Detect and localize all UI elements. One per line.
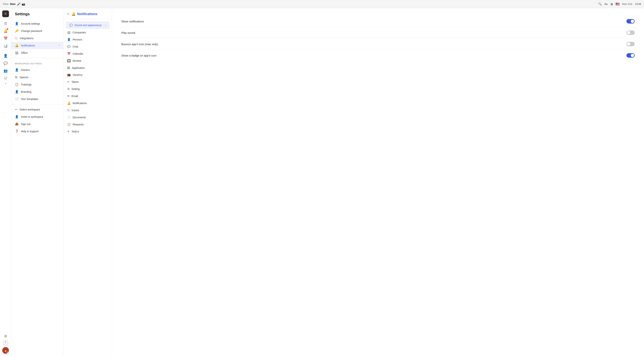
main-layout: ✕ ☰ 🔔 📅 📊 👤 💬 👥 ☑ ▾ ⚙ ? 👩 Settings 👤 Acc… — [0, 8, 644, 356]
search-icon[interactable]: 🔍 — [598, 2, 602, 6]
list-item-setting[interactable]: ⚙ Setting — [64, 85, 112, 92]
sidebar-people[interactable]: 👤 — [2, 52, 9, 59]
icon-sidebar: ✕ ☰ 🔔 📅 📊 👤 💬 👥 ☑ ▾ ⚙ ? 👩 — [0, 8, 11, 356]
sidebar-calendar[interactable]: 📅 — [2, 35, 9, 42]
sidebar-divider-1 — [3, 51, 8, 51]
show-notifications-toggle[interactable] — [626, 19, 635, 23]
app-logo[interactable]: ✕ — [2, 10, 9, 17]
list-item-email[interactable]: ✉ Email — [64, 92, 112, 100]
list-item-vacancy[interactable]: 💼 Vacancy — [64, 71, 112, 78]
notifications-middle-panel: ↖ 🔔 Notifications 💬 Sound and appearance… — [64, 8, 112, 356]
nav-account-settings[interactable]: 👤 Account settings — [11, 20, 63, 27]
sidebar-notifications[interactable]: 🔔 — [2, 28, 9, 34]
sidebar-chat[interactable]: 💬 — [2, 60, 9, 67]
invite-workspace-icon: 👤 — [15, 115, 19, 118]
list-item-companies[interactable]: 🏢 Companies — [64, 29, 112, 36]
chat-icon: 💬 — [67, 45, 71, 48]
show-notifications-label: Show notifications — [121, 20, 144, 23]
trainings-icon: 📋 — [15, 83, 19, 86]
nav-integrations[interactable]: ⬡ Integrations — [11, 34, 63, 42]
review-label: Review — [72, 59, 81, 62]
bounce-icon-toggle[interactable] — [626, 42, 635, 46]
sidebar-chart[interactable]: 📊 — [2, 42, 9, 49]
list-item-chat[interactable]: 💬 Chat — [64, 43, 112, 50]
user-avatar-sidebar[interactable]: 👩 — [2, 347, 9, 354]
application-icon: 🖼 — [67, 66, 70, 69]
todos-icon: ☀ — [67, 130, 70, 133]
notifications-panel-title: 🔔 Notifications — [72, 12, 98, 16]
nav-text-templates[interactable]: 📄 Text Templates — [11, 95, 63, 103]
list-item-talent[interactable]: ✏ Talent — [64, 78, 112, 85]
documents-icon: 📄 — [67, 116, 71, 119]
sidebar-help[interactable]: ? — [3, 340, 8, 346]
contrast-icon[interactable]: ◑ — [610, 2, 613, 6]
list-item-application[interactable]: 🖼 Application — [64, 64, 112, 71]
sound-appearance-item[interactable]: 💬 Sound and appearance › — [66, 21, 110, 29]
todos-label: Todo's — [72, 130, 79, 133]
owners-icon: 👤 — [15, 68, 19, 72]
sidebar-expand[interactable]: ▾ — [5, 82, 6, 85]
account-settings-label: Account settings — [21, 22, 40, 25]
help-support-icon: ❓ — [15, 129, 19, 133]
list-item-persons[interactable]: 👤 Persons — [64, 36, 112, 43]
time-label: 13:09 — [635, 2, 641, 5]
requests-icon: 📋 — [67, 123, 71, 126]
play-sound-toggle[interactable] — [626, 30, 635, 35]
topbar-left: Floor Main 🎤 📷 — [3, 2, 25, 6]
setting-icon: ⚙ — [67, 87, 70, 91]
branding-label: Branding — [21, 90, 31, 93]
nav-sign-out[interactable]: 📤 Sign out — [11, 120, 63, 128]
nav-invite-workspace[interactable]: 👤 Invite to workspace — [11, 113, 63, 120]
account-settings-icon: 👤 — [15, 22, 19, 25]
nav-branding[interactable]: 👤 Branding — [11, 88, 63, 95]
list-item-requests[interactable]: 📋 Requests — [64, 121, 112, 128]
sidebar-adjust[interactable]: ⚙ — [2, 333, 9, 340]
video-icon[interactable]: 📷 — [22, 2, 25, 6]
nav-owners[interactable]: 👤 Owners — [11, 66, 63, 73]
spaces-icon: ⊞ — [15, 75, 17, 79]
mic-icon[interactable]: 🎤 — [17, 2, 20, 6]
list-item-issues[interactable]: ☑ Issues — [64, 107, 112, 114]
nav-help-support[interactable]: ❓ Help & Support — [11, 128, 63, 135]
sidebar-tasks[interactable]: ☑ — [2, 75, 9, 81]
talent-label: Talent — [72, 80, 78, 83]
list-item-notifications[interactable]: 🔔 Notifications — [64, 100, 112, 107]
sidebar-hamburger[interactable]: ☰ — [2, 20, 9, 27]
play-sound-label: Play sound — [121, 31, 135, 34]
nav-office[interactable]: 🏢 Office — [11, 49, 63, 56]
toggle-row-show-notifications: Show notifications — [121, 16, 635, 27]
notifications-label: Notifications — [21, 44, 35, 47]
list-item-review[interactable]: 🔲 Review — [64, 57, 112, 64]
setting-label: Setting — [72, 87, 80, 90]
toggle-track-show-notifications[interactable] — [626, 19, 635, 23]
online-status-dot — [7, 352, 9, 354]
toggle-track-bounce-icon[interactable] — [626, 42, 635, 46]
nav-select-workspace[interactable]: ↩ Select workspace — [11, 106, 63, 113]
calendar-icon: 📅 — [67, 52, 71, 55]
sign-out-label: Sign out — [21, 123, 30, 126]
toggle-thumb-play-sound — [627, 31, 630, 34]
calendar-label: Calendar — [72, 52, 83, 55]
sound-icon: 💬 — [70, 24, 72, 27]
list-item-todos[interactable]: ☀ Todo's — [64, 128, 112, 135]
nav-trainings[interactable]: 📋 Trainings — [11, 81, 63, 88]
toggle-track-play-sound[interactable] — [626, 30, 635, 35]
spaces-label: Spaces — [20, 76, 28, 79]
sidebar-team[interactable]: 👥 — [2, 67, 9, 74]
back-button[interactable]: ↖ — [67, 12, 70, 16]
toggle-thumb-show-notifications — [631, 19, 634, 23]
list-item-documents[interactable]: 📄 Documents — [64, 114, 112, 121]
nav-spaces[interactable]: ⊞ Spaces — [11, 73, 63, 81]
show-badge-toggle[interactable] — [626, 53, 635, 58]
bounce-icon-label: Bounce app's icon (mac only) — [121, 42, 158, 46]
nav-notifications[interactable]: 🔔 Notifications › — [11, 42, 63, 49]
settings-content-panel: Show notifications Play sound Bounce app… — [112, 8, 644, 356]
toggle-track-show-badge[interactable] — [626, 53, 635, 58]
issues-icon: ☑ — [67, 109, 70, 112]
trainings-label: Trainings — [21, 83, 32, 86]
nav-change-password[interactable]: 🔑 Change password — [11, 27, 63, 34]
list-item-calendar[interactable]: 📅 Calendar — [64, 50, 112, 57]
floor-label: Floor — [3, 2, 8, 5]
toggle-thumb-bounce-icon — [627, 42, 630, 46]
font-icon[interactable]: Aa — [604, 2, 608, 5]
